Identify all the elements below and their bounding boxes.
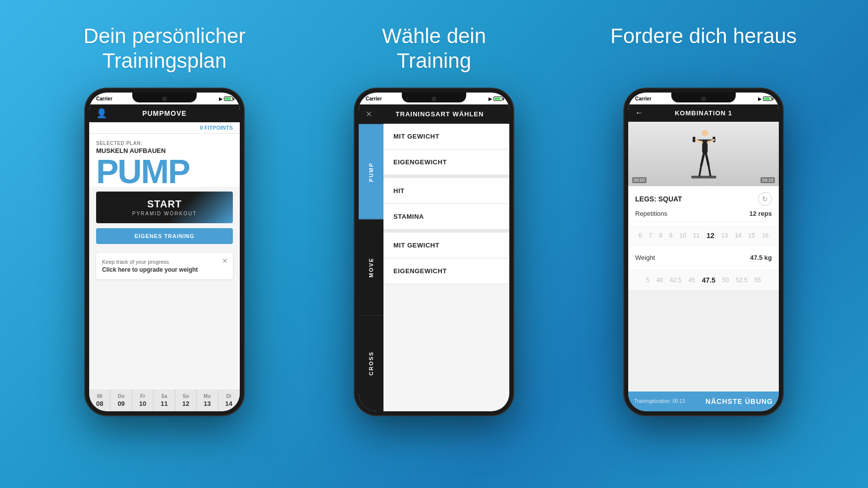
phone-2-screen: Carrier 1:48 PM ▶ ✕ TRAININGSART WÄHLEN … xyxy=(359,93,509,411)
phone-1-navbar: 👤 PUMPMOVE xyxy=(89,104,240,122)
menu-item-eigengewicht-1[interactable]: EIGENGEWICHT xyxy=(383,149,509,175)
svg-rect-2 xyxy=(693,137,696,142)
weight-label: Weight xyxy=(635,254,655,261)
notification-box[interactable]: ✕ Keep track of your progress Click here… xyxy=(96,253,233,279)
phone-1-camera xyxy=(162,97,167,101)
phone-1-carrier: Carrier xyxy=(96,96,112,101)
page-header: Dein persönlicher Trainingsplan Wähle de… xyxy=(0,0,868,89)
cal-day-7[interactable]: Di 14 xyxy=(218,390,240,411)
cal-day-4[interactable]: Sa 11 xyxy=(154,390,175,411)
notif-text-2[interactable]: Click here to upgrade your weight xyxy=(102,266,227,273)
weight-value: 47.5 kg xyxy=(750,254,772,261)
video-time-start: 00:00 xyxy=(632,177,647,183)
next-button[interactable]: NÄCHSTE ÜBUNG xyxy=(705,397,773,405)
weight-section: Weight 47.5 kg xyxy=(628,246,779,270)
repetitions-label: Repetitions xyxy=(635,210,667,217)
svg-line-11 xyxy=(708,165,710,176)
user-icon[interactable]: 👤 xyxy=(96,108,107,119)
cal-day-5[interactable]: So 12 xyxy=(175,390,197,411)
svg-rect-0 xyxy=(691,176,716,179)
phone-1-battery: ▶ xyxy=(219,97,233,101)
phone-2-camera xyxy=(432,97,436,101)
fitpoints-bar: 0 FITPOINTS xyxy=(89,122,240,134)
exercise-info: LEGS: SQUAT ↻ Repetitions 12 reps xyxy=(628,186,779,226)
plan-section: SELECTED PLAN: MUSKELN AUFBAUEN PUMP xyxy=(89,134,240,187)
phone-1-content: 0 FITPOINTS SELECTED PLAN: MUSKELN AUFBA… xyxy=(89,122,240,411)
battery-icon xyxy=(224,97,233,101)
plan-label: SELECTED PLAN: xyxy=(96,141,233,146)
video-time-end: 00:15 xyxy=(760,177,775,183)
refresh-button[interactable]: ↻ xyxy=(758,192,772,206)
back-arrow-icon[interactable]: ← xyxy=(635,108,643,117)
sidebar-tab-cross[interactable]: CROSS xyxy=(359,315,383,411)
weight-picker[interactable]: 5 40 42.5 45 47.5 50 52.5 55 xyxy=(628,270,779,291)
battery-icon-2 xyxy=(493,97,502,101)
notif-text-1: Keep track of your progress xyxy=(102,259,227,265)
phone-2-carrier: Carrier xyxy=(366,96,382,101)
menu-item-hit[interactable]: HIT xyxy=(383,178,509,204)
cal-day-2[interactable]: Do 09 xyxy=(110,390,132,411)
battery-icon-3 xyxy=(763,97,772,101)
reps-picker[interactable]: 6 7 8 9 10 11 12 13 14 15 16 xyxy=(628,226,779,246)
close-icon[interactable]: ✕ xyxy=(222,257,228,265)
exercise-name: LEGS: SQUAT xyxy=(635,195,682,203)
svg-line-8 xyxy=(701,153,704,165)
phone-3-navbar: ← KOMBINATION 1 xyxy=(628,104,779,122)
phone-3-carrier: Carrier xyxy=(635,96,651,101)
bottom-bar: Trainingduration: 00:13 NÄCHSTE ÜBUNG xyxy=(628,391,779,411)
start-button[interactable]: START PYRAMID WORKOUT xyxy=(96,192,233,223)
app-title: PUMPMOVE xyxy=(142,109,187,117)
phone-1: Carrier 2:18 PM ▶ 👤 PUMPMOVE 0 FITPOINTS… xyxy=(85,89,244,415)
menu-item-stamina[interactable]: STAMINA xyxy=(383,204,509,230)
svg-line-9 xyxy=(705,153,708,165)
menu-item-eigengewicht-2[interactable]: EIGENGEWICHT xyxy=(383,258,509,284)
reps-selected: 12 xyxy=(703,230,718,242)
sidebar-tabs: PUMP MOVE CROSS xyxy=(359,124,383,411)
cal-day-3[interactable]: Fr 10 xyxy=(132,390,154,411)
video-area: 00:00 00:15 xyxy=(628,122,779,186)
phone-2-body: PUMP MOVE CROSS MIT GEWICHT EIGENGEWICHT… xyxy=(359,124,509,411)
training-duration: Trainingduration: 00:13 xyxy=(634,398,685,404)
phone-3-battery: ▶ xyxy=(758,97,772,101)
phone-2: Carrier 1:48 PM ▶ ✕ TRAININGSART WÄHLEN … xyxy=(355,89,513,415)
video-bg xyxy=(628,122,779,186)
phone-3: Carrier 2:20 PM ▶ ← KOMBINATION 1 xyxy=(624,89,783,415)
phone-3-title: KOMBINATION 1 xyxy=(675,109,732,117)
pump-title: PUMP xyxy=(96,156,233,187)
cal-day-1[interactable]: Mi 08 xyxy=(89,390,110,411)
repetitions-value: 12 reps xyxy=(749,210,772,217)
phone-2-battery: ▶ xyxy=(488,97,502,101)
weight-selected: 47.5 xyxy=(699,274,719,286)
svg-line-10 xyxy=(699,165,701,176)
header-1: Dein persönlicher Trainingsplan xyxy=(31,24,298,74)
header-3: Fordere dich heraus xyxy=(570,24,837,74)
header-2: Wähle dein Training xyxy=(301,24,568,74)
cal-day-6[interactable]: Mo 13 xyxy=(197,390,218,411)
exercise-header: LEGS: SQUAT ↻ xyxy=(635,192,772,206)
close-icon[interactable]: ✕ xyxy=(366,109,372,119)
eigenes-button[interactable]: EIGENES TRAINING xyxy=(96,228,233,244)
start-btn-main: START xyxy=(103,198,226,210)
phone-1-screen: Carrier 2:18 PM ▶ 👤 PUMPMOVE 0 FITPOINTS… xyxy=(89,93,240,411)
repetitions-row: Repetitions 12 reps xyxy=(635,206,772,222)
menu-item-mit-gewicht-1[interactable]: MIT GEWICHT xyxy=(383,124,509,149)
menu-item-mit-gewicht-2[interactable]: MIT GEWICHT xyxy=(383,233,509,258)
calendar-row: Mi 08 Do 09 Fr 10 Sa 11 xyxy=(89,390,240,411)
sidebar-tab-pump[interactable]: PUMP xyxy=(359,124,383,220)
phone-3-camera xyxy=(701,97,706,101)
phone-2-title: TRAININGSART WÄHLEN xyxy=(377,110,502,118)
svg-point-4 xyxy=(702,130,708,136)
sidebar-tab-move[interactable]: MOVE xyxy=(359,219,383,315)
phones-container: Carrier 2:18 PM ▶ 👤 PUMPMOVE 0 FITPOINTS… xyxy=(0,89,868,488)
start-btn-sub: PYRAMID WORKOUT xyxy=(103,211,226,216)
phone-3-screen: Carrier 2:20 PM ▶ ← KOMBINATION 1 xyxy=(628,93,779,411)
menu-items: MIT GEWICHT EIGENGEWICHT HIT STAMINA MIT… xyxy=(383,124,509,411)
weight-row: Weight 47.5 kg xyxy=(635,250,772,266)
phone-2-navbar: ✕ TRAININGSART WÄHLEN xyxy=(359,104,509,124)
person-figure xyxy=(690,127,717,181)
